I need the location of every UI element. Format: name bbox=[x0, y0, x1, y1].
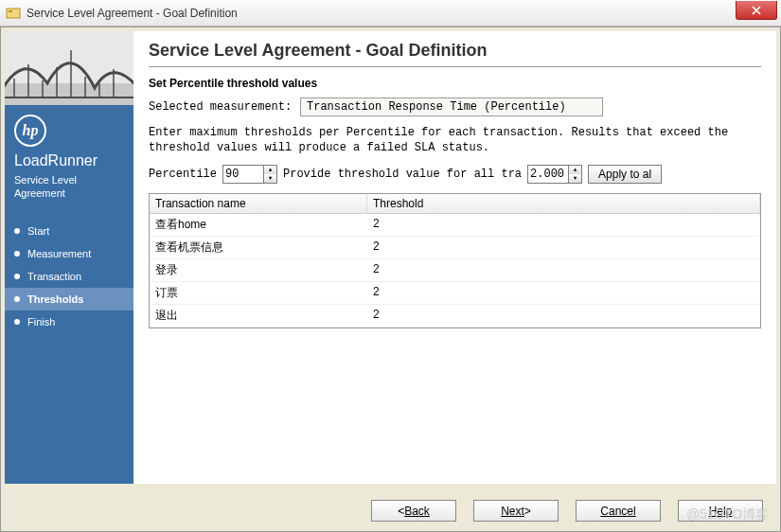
product-name: LoadRunner bbox=[14, 152, 124, 169]
step-label: Transaction bbox=[27, 271, 81, 282]
page-title: Service Level Agreement - Goal Definitio… bbox=[149, 41, 761, 61]
button-bar: < Back Next > Cancel Help bbox=[371, 500, 763, 522]
help-button[interactable]: Help bbox=[678, 500, 763, 522]
cell-threshold: 2 bbox=[367, 259, 760, 281]
svg-rect-1 bbox=[9, 10, 12, 12]
table-row[interactable]: 查看home2 bbox=[150, 214, 760, 237]
bullet-icon bbox=[14, 251, 20, 257]
spin-up-icon[interactable]: ▲ bbox=[264, 166, 276, 174]
table-row[interactable]: 退出2 bbox=[150, 305, 760, 328]
spin-up-icon[interactable]: ▲ bbox=[569, 166, 581, 174]
instructions-text: Enter maximum thresholds per Percentile … bbox=[149, 126, 761, 155]
main-content: Service Level Agreement - Goal Definitio… bbox=[133, 31, 776, 484]
app-icon bbox=[6, 6, 21, 21]
bullet-icon bbox=[14, 274, 20, 279]
threshold-spinner[interactable]: ▲▼ bbox=[527, 165, 582, 184]
step-label: Thresholds bbox=[27, 293, 83, 305]
step-thresholds[interactable]: Thresholds bbox=[5, 288, 133, 310]
divider bbox=[149, 66, 761, 67]
close-button[interactable] bbox=[736, 1, 777, 20]
percentile-row: Percentile ▲▼ Provide threshold value fo… bbox=[149, 165, 761, 184]
sidebar-brand: hp LoadRunner Service Level Agreement bbox=[5, 105, 133, 214]
selected-measurement-value: Transaction Response Time (Percentile) bbox=[300, 98, 603, 116]
selected-measurement-label: Selected measurement: bbox=[149, 100, 300, 114]
threshold-input[interactable] bbox=[527, 165, 569, 184]
cell-name: 退出 bbox=[150, 305, 367, 327]
spin-down-icon[interactable]: ▼ bbox=[264, 174, 276, 183]
step-start[interactable]: Start bbox=[5, 220, 133, 242]
cancel-button[interactable]: Cancel bbox=[576, 500, 661, 522]
spin-down-icon[interactable]: ▼ bbox=[569, 174, 581, 183]
percentile-spinner[interactable]: ▲▼ bbox=[222, 165, 277, 184]
step-label: Start bbox=[27, 225, 49, 237]
step-label: Finish bbox=[27, 316, 55, 328]
provide-threshold-label: Provide threshold value for all tra bbox=[283, 168, 522, 181]
table-row[interactable]: 订票2 bbox=[150, 282, 760, 305]
window-title: Service Level Agreement - Goal Definitio… bbox=[27, 7, 238, 20]
cell-name: 订票 bbox=[150, 282, 367, 304]
section-title: Set Percentile threshold values bbox=[149, 77, 761, 90]
cell-threshold: 2 bbox=[367, 282, 760, 304]
hp-logo: hp bbox=[14, 115, 46, 147]
percentile-input[interactable] bbox=[222, 165, 264, 184]
step-label: Measurement bbox=[27, 248, 91, 259]
table-row[interactable]: 查看机票信息2 bbox=[150, 237, 760, 259]
header-threshold[interactable]: Threshold bbox=[367, 194, 760, 213]
selected-measurement-row: Selected measurement: Transaction Respon… bbox=[149, 98, 761, 116]
main-container: hp LoadRunner Service Level Agreement St… bbox=[0, 27, 781, 532]
table-body: 查看home2 查看机票信息2 登录2 订票2 退出2 bbox=[150, 214, 760, 328]
table-header: Transaction name Threshold bbox=[150, 194, 760, 214]
bullet-icon bbox=[14, 319, 20, 325]
step-finish[interactable]: Finish bbox=[5, 310, 133, 333]
sidebar: hp LoadRunner Service Level Agreement St… bbox=[5, 31, 133, 484]
bullet-icon bbox=[14, 296, 20, 302]
cell-threshold: 2 bbox=[367, 305, 760, 327]
threshold-table: Transaction name Threshold 查看home2 查看机票信… bbox=[149, 193, 761, 328]
back-label: Back bbox=[404, 505, 430, 518]
cell-name: 查看机票信息 bbox=[150, 237, 367, 258]
percentile-label: Percentile bbox=[149, 168, 217, 181]
next-label: Next bbox=[501, 505, 524, 518]
table-row[interactable]: 登录2 bbox=[150, 259, 760, 282]
subproduct-name: Service Level Agreement bbox=[14, 173, 124, 201]
apply-to-all-button[interactable]: Apply to al bbox=[588, 165, 662, 184]
cell-threshold: 2 bbox=[367, 237, 760, 258]
back-button[interactable]: < Back bbox=[371, 500, 456, 522]
cell-name: 登录 bbox=[150, 259, 367, 281]
content-area: hp LoadRunner Service Level Agreement St… bbox=[5, 31, 776, 484]
sidebar-image bbox=[5, 31, 133, 105]
step-measurement[interactable]: Measurement bbox=[5, 242, 133, 265]
step-transaction[interactable]: Transaction bbox=[5, 265, 133, 288]
cell-name: 查看home bbox=[150, 214, 367, 236]
wizard-steps: Start Measurement Transaction Thresholds… bbox=[5, 214, 133, 484]
close-icon bbox=[752, 6, 761, 15]
cell-threshold: 2 bbox=[367, 214, 760, 236]
svg-rect-0 bbox=[7, 9, 20, 18]
cancel-label: Cancel bbox=[600, 505, 635, 518]
next-button[interactable]: Next > bbox=[473, 500, 559, 522]
help-label: Help bbox=[709, 505, 733, 518]
bullet-icon bbox=[14, 228, 20, 234]
titlebar: Service Level Agreement - Goal Definitio… bbox=[0, 0, 781, 27]
header-transaction-name[interactable]: Transaction name bbox=[150, 194, 367, 213]
